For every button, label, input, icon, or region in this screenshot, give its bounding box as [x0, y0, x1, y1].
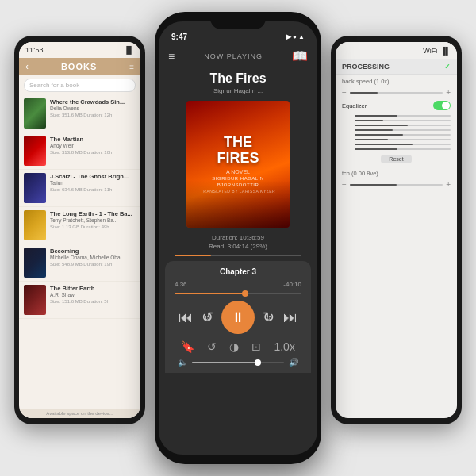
book-meta-text: Size: 313.8 MB Duration: 10h [50, 150, 136, 155]
book-title: The Fires [159, 71, 317, 86]
equalizer-label: Equalizer [342, 102, 367, 109]
chapter-times: 4:36 -40:10 [175, 281, 301, 288]
left-header: ‹ BOOKS ≡ [19, 58, 140, 75]
eq-bands [336, 113, 457, 152]
check-icon[interactable]: ✓ [444, 63, 451, 71]
list-item[interactable]: Becoming Michelle Obama, Michelle Oba...… [19, 244, 140, 282]
chapter-label: Chapter 3 [175, 267, 301, 276]
search-bar[interactable]: Search for a book [24, 79, 136, 92]
repeat-button[interactable]: ↺ [207, 340, 217, 353]
list-item[interactable]: The Bitter Earth A.R. Shaw Size: 151.6 M… [19, 282, 140, 319]
search-placeholder: Search for a book [29, 82, 79, 89]
speed-slider-track[interactable] [350, 92, 443, 94]
eq-band-slider-4[interactable] [355, 134, 451, 136]
scene: 11:53 ▐▌ ‹ BOOKS ≡ Search for a book Whe… [0, 0, 476, 476]
list-item[interactable]: The Martian Andy Weir Size: 313.8 MB Dur… [19, 132, 140, 170]
book-info: Where the Crawdads Sin... Delia Owens Si… [50, 98, 136, 117]
eq-band-fill-5 [355, 139, 388, 140]
pitch-slider-track[interactable] [350, 184, 443, 186]
center-nav-bar: ≡ NOW PLAYING 📖 [159, 45, 317, 67]
list-item[interactable]: The Long Earth - 1 - The Ba... Terry Pra… [19, 207, 140, 244]
eq-band-slider-7[interactable] [355, 148, 451, 150]
cover-title: THE FIRES [217, 135, 259, 167]
bookmark-button[interactable]: 🔖 [181, 340, 194, 353]
book-meta-text: Size: 548.9 MB Duration: 19h [50, 262, 136, 267]
book-icon[interactable]: 📖 [292, 48, 308, 63]
storage-footer: Available space on the device... [19, 409, 140, 418]
volume-thumb [255, 359, 261, 366]
controls-row: ⏮ ↺ 15 ⏸ ↻ 15 ⏭ [175, 301, 301, 334]
phone-center-screen: 9:47 ▶ ● ▲ ≡ NOW PLAYING 📖 The Fires Sig… [159, 21, 317, 455]
eq-band-fill-2 [355, 125, 408, 126]
eq-band-fill-3 [355, 129, 393, 131]
airplay-button[interactable]: ⊡ [251, 340, 261, 353]
back-icon[interactable]: ‹ [25, 61, 29, 72]
sleep-button[interactable]: ◑ [229, 340, 239, 353]
skip-forward-btn[interactable]: ↻ 15 [263, 309, 274, 326]
main-progress-bar[interactable] [175, 255, 301, 256]
center-status-icons: ▶ ● ▲ [286, 33, 305, 40]
volume-high-icon: 🔊 [289, 358, 298, 367]
book-title-text: The Bitter Earth [50, 285, 136, 292]
eq-band-slider-1[interactable] [355, 120, 451, 121]
eq-band-slider-3[interactable] [355, 129, 451, 131]
book-title-text: The Martian [50, 136, 136, 143]
pitch-minus-btn[interactable]: − [342, 180, 347, 189]
book-info: The Bitter Earth A.R. Shaw Size: 151.6 M… [50, 285, 136, 304]
eq-band-fill-6 [355, 144, 413, 145]
menu-icon[interactable]: ≡ [129, 63, 134, 71]
phone-left: 11:53 ▐▌ ‹ BOOKS ≡ Search for a book Whe… [14, 36, 145, 424]
wifi-icon: WiFi [423, 47, 437, 55]
eq-band-fill-4 [355, 134, 403, 136]
book-title-text: The Long Earth - 1 - The Ba... [50, 210, 136, 217]
volume-low-icon: 🔈 [178, 358, 187, 367]
speed-slider-fill [350, 92, 378, 94]
skip-back-label: 15 [204, 315, 210, 321]
eq-band-fill-1 [355, 120, 383, 121]
cover-author1: SIGRIDUR HAGALIN [212, 176, 263, 181]
cover-translator: TRANSLATED BY LARISSA KYZER [201, 189, 275, 194]
eq-band-row [336, 147, 457, 152]
book-title-text: Becoming [50, 248, 136, 255]
pitch-slider-fill [350, 184, 397, 186]
reset-button[interactable]: Reset [381, 155, 411, 163]
chapter-progress-thumb [242, 290, 248, 297]
pitch-plus-btn[interactable]: + [446, 180, 451, 189]
eq-band-fill-7 [355, 148, 397, 150]
speed-button[interactable]: 1.0x [274, 340, 294, 353]
play-pause-button[interactable]: ⏸ [221, 301, 255, 334]
fast-forward-button[interactable]: ⏭ [283, 309, 298, 326]
books-title: BOOKS [61, 62, 97, 71]
playback-speed-slider-row: − + [336, 86, 457, 98]
book-info: J.Scalzi - The Ghost Brigh... Taliun Siz… [50, 173, 136, 192]
skip-back-btn[interactable]: ↺ 15 [202, 309, 213, 326]
pause-icon: ⏸ [231, 309, 245, 326]
book-title-text: Where the Crawdads Sin... [50, 98, 136, 106]
book-author-text: Delia Owens [50, 106, 136, 111]
volume-slider[interactable] [192, 362, 284, 363]
phone-right: WiFi ▐▌ PROCESSING ✓ back speed (1.0x) −… [331, 36, 462, 424]
rewind-button[interactable]: ⏮ [178, 309, 193, 326]
eq-band-slider-2[interactable] [355, 125, 451, 126]
book-cover-thumbnail [24, 285, 46, 315]
book-info: Becoming Michelle Obama, Michelle Oba...… [50, 248, 136, 267]
eq-band-slider-0[interactable] [355, 115, 451, 117]
center-menu-icon[interactable]: ≡ [168, 50, 175, 63]
cover-author2: BJORNSDOTTIR [217, 182, 259, 187]
right-status-bar: WiFi ▐▌ [336, 42, 457, 60]
speed-plus-btn[interactable]: + [446, 88, 451, 97]
equalizer-toggle[interactable] [433, 101, 451, 110]
eq-band-slider-6[interactable] [355, 144, 451, 145]
eq-band-slider-5[interactable] [355, 139, 451, 140]
now-playing-label: NOW PLAYING [175, 52, 292, 60]
book-title-text: J.Scalzi - The Ghost Brigh... [50, 173, 136, 180]
list-item[interactable]: J.Scalzi - The Ghost Brigh... Taliun Siz… [19, 170, 140, 207]
list-item[interactable]: Where the Crawdads Sin... Delia Owens Si… [19, 95, 140, 132]
speed-minus-btn[interactable]: − [342, 88, 347, 97]
book-author-text: Terry Pratchett, Stephen Ba... [50, 217, 136, 223]
eq-band-fill-0 [355, 115, 397, 117]
chapter-progress-bar[interactable] [175, 293, 301, 294]
left-time: 11:53 [25, 46, 44, 54]
playback-speed-label: back speed (1.0x) [336, 75, 457, 86]
pitch-slider-row: − + [336, 178, 457, 190]
